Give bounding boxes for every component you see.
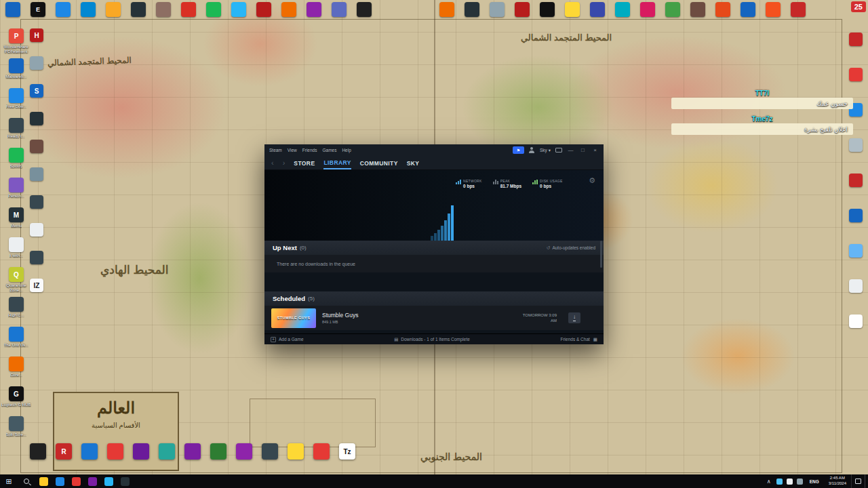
desktop-shortcut-icon[interactable] [849, 68, 863, 81]
app-shortcut-icon[interactable] [590, 2, 605, 17]
desktop-shortcut[interactable]: P Wondershare PDFelement [1, 28, 31, 55]
download-now-button[interactable]: ↓ [568, 312, 580, 323]
app-shortcut-icon[interactable] [357, 2, 372, 17]
app-shortcut-icon[interactable] [56, 2, 71, 17]
tray-icon[interactable] [776, 479, 783, 485]
app-shortcut-icon[interactable] [540, 2, 555, 17]
desktop-shortcut[interactable]: Split Scre... [1, 416, 31, 443]
desktop-shortcut[interactable]: The Unit Us... [1, 327, 31, 353]
app-shortcut-icon[interactable] [766, 2, 781, 17]
desktop-shortcut-icon[interactable] [30, 195, 43, 209]
app-shortcut-icon[interactable] [439, 2, 454, 17]
app-shortcut-icon[interactable] [515, 2, 530, 17]
app-shortcut-icon[interactable] [640, 2, 655, 17]
desktop-shortcut-icon[interactable] [30, 251, 43, 264]
scheduled-download-row[interactable]: STUMBLE GUYS Stumble Guys 849.1 MB TOMOR… [264, 306, 604, 330]
desktop-shortcut-icon[interactable] [849, 279, 863, 293]
menu-help[interactable]: Help [342, 148, 351, 152]
desktop-shortcut-icon[interactable] [313, 443, 330, 460]
app-shortcut-icon[interactable] [690, 2, 705, 17]
action-center-button[interactable] [851, 474, 865, 488]
desktop-shortcut-icon[interactable] [81, 443, 98, 460]
nav-community[interactable]: COMMUNITY [360, 157, 398, 169]
desktop-shortcut-icon[interactable] [30, 223, 43, 237]
desktop-shortcut-icon[interactable] [30, 167, 43, 181]
app-shortcut-icon[interactable] [307, 2, 321, 17]
display-mode-icon[interactable] [555, 148, 562, 152]
desktop-shortcut-icon[interactable] [849, 174, 863, 187]
desktop-shortcut[interactable]: Core... [1, 357, 31, 383]
desktop-shortcut[interactable]: High C... [1, 297, 31, 323]
desktop-shortcut-icon[interactable] [30, 140, 43, 153]
app-shortcut-icon[interactable] [490, 2, 505, 17]
show-desktop-button[interactable] [865, 474, 868, 488]
app-shortcut-icon[interactable] [791, 2, 806, 17]
desktop-shortcut-icon[interactable] [30, 443, 46, 460]
app-shortcut-icon[interactable] [231, 2, 246, 17]
desktop-shortcut[interactable]: M Memu [1, 207, 31, 234]
app-shortcut-icon[interactable] [332, 2, 347, 17]
notification-count-badge[interactable]: 25 [851, 1, 866, 12]
taskbar-clock[interactable]: 2:45 AM 3/11/2024 [824, 476, 851, 487]
taskbar-app-button[interactable] [84, 474, 100, 488]
app-shortcut-icon[interactable] [665, 2, 680, 17]
app-shortcut-icon[interactable] [5, 2, 20, 17]
account-dropdown[interactable]: Sky ▾ [540, 148, 551, 153]
nav-profile[interactable]: SKY [407, 157, 420, 169]
desktop-shortcut-icon[interactable] [262, 443, 278, 460]
taskbar-app-button[interactable] [100, 474, 117, 488]
desktop-shortcut-icon[interactable]: IZ [30, 279, 43, 292]
app-shortcut-icon[interactable] [615, 2, 630, 17]
desktop-shortcut-icon[interactable]: R [56, 443, 72, 460]
desktop-shortcut-icon[interactable] [288, 443, 304, 460]
app-shortcut-icon[interactable] [131, 2, 146, 17]
desktop-shortcut-icon[interactable] [236, 443, 252, 460]
desktop-shortcut[interactable]: Person... [1, 178, 31, 204]
minimize-button[interactable]: — [567, 148, 574, 153]
desktop-shortcut[interactable]: Spotify [1, 148, 31, 174]
app-shortcut-icon[interactable] [565, 2, 580, 17]
start-button[interactable]: ⊞ [0, 474, 18, 488]
app-shortcut-icon[interactable] [181, 2, 196, 17]
gear-icon[interactable]: ⚙ [589, 176, 595, 185]
app-shortcut-icon[interactable] [81, 2, 96, 17]
app-shortcut-icon[interactable] [741, 2, 755, 17]
desktop-shortcut[interactable]: G Logitech G HUB [1, 386, 31, 413]
auto-updates-toggle[interactable]: ↺ Auto-updates enabled [547, 245, 595, 251]
desktop-shortcut-icon[interactable] [133, 443, 149, 460]
desktop-shortcut-icon[interactable] [184, 443, 201, 460]
taskbar-app-button[interactable] [68, 474, 84, 488]
search-button[interactable] [18, 474, 35, 488]
desktop-shortcut-icon[interactable] [849, 138, 863, 152]
app-shortcut-icon[interactable]: E [31, 2, 45, 17]
app-shortcut-icon[interactable] [715, 2, 730, 17]
desktop-shortcut-icon[interactable]: S [30, 84, 43, 98]
menu-friends[interactable]: Friends [302, 148, 317, 152]
add-game-button[interactable]: + Add a Game [271, 337, 304, 342]
desktop-shortcut[interactable]: Malwareb... [1, 58, 31, 85]
menu-steam[interactable]: Steam [269, 148, 282, 152]
tray-expand-icon[interactable]: ∧ [764, 479, 774, 485]
friends-icon[interactable] [529, 147, 535, 153]
desktop-shortcut-icon[interactable] [107, 443, 123, 460]
menu-view[interactable]: View [288, 148, 297, 152]
desktop-shortcut-icon[interactable]: H [30, 28, 43, 42]
nav-store[interactable]: STORE [294, 157, 315, 169]
desktop-shortcut-icon[interactable] [159, 443, 175, 460]
app-shortcut-icon[interactable] [206, 2, 221, 17]
menu-games[interactable]: Games [322, 148, 336, 152]
desktop-shortcut-icon[interactable] [849, 314, 863, 328]
desktop-shortcut[interactable]: Q Quarantine Zone... [1, 267, 31, 293]
desktop-shortcut-icon[interactable] [849, 209, 863, 222]
desktop-shortcut[interactable]: It with... [1, 237, 31, 264]
taskbar-app-button[interactable] [117, 474, 133, 488]
desktop-shortcut-icon[interactable] [30, 56, 43, 70]
friends-chat-button[interactable]: Friends & Chat ▦ [560, 337, 597, 342]
taskbar-app-button[interactable] [35, 474, 52, 488]
desktop-shortcut-icon[interactable] [849, 244, 863, 258]
app-shortcut-icon[interactable] [281, 2, 296, 17]
back-icon[interactable]: ‹ [271, 159, 274, 167]
desktop-shortcut-icon[interactable] [849, 33, 863, 46]
desktop-shortcut-icon[interactable] [30, 112, 43, 125]
taskbar-app-button[interactable] [52, 474, 68, 488]
